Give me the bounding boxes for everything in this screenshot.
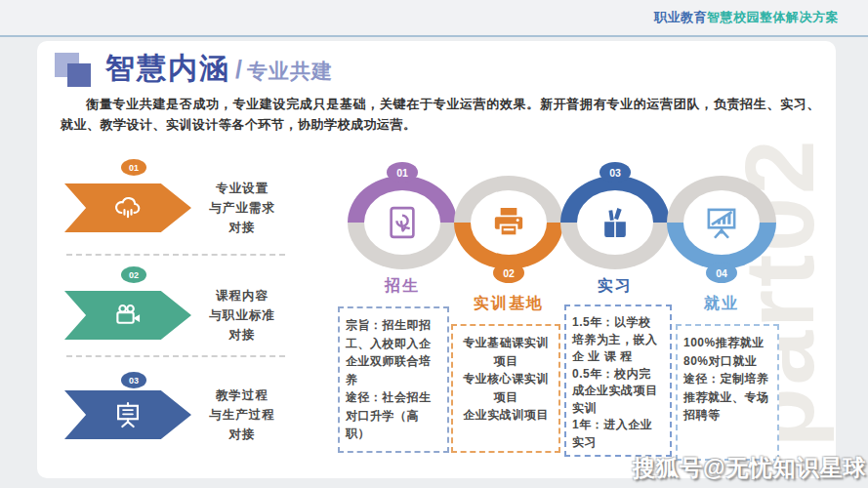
info-line: 途径：社会招生 xyxy=(346,388,441,407)
info-line: 推荐就业、专场 xyxy=(683,388,771,407)
ring4-number-badge: 04 xyxy=(706,263,737,283)
step3-arrow xyxy=(64,390,191,439)
step1-number-badge: 01 xyxy=(121,159,146,176)
info-line: 1.5年：以学校 xyxy=(572,314,664,332)
info-line: 企 业 课 程 xyxy=(572,348,664,366)
info-line: 企业实战训项目 xyxy=(459,406,553,425)
step1-label-line1: 专业设置 xyxy=(193,179,291,198)
employment-info-box: 100%推荐就业 80%对口就业 途径：定制培养 推荐就业、专场 招聘等 xyxy=(676,324,779,461)
step2-label-line3: 对接 xyxy=(193,325,291,345)
process-ring-internship: 03 实习 xyxy=(560,176,670,269)
printer-icon xyxy=(454,176,563,269)
step-separator-1 xyxy=(66,254,285,256)
info-line: 成企业实战项目 xyxy=(572,383,664,400)
info-line: 养 xyxy=(346,371,441,389)
info-line: 100%推荐就业 xyxy=(683,334,771,352)
step1-arrow xyxy=(64,183,191,232)
intro-paragraph: 衡量专业共建是否成功，专业建设完成只是基础，关键在于专业运营的效果。新开普拥有专… xyxy=(61,94,820,135)
step3-label-line2: 与生产过程 xyxy=(193,405,291,425)
ring3-label: 实习 xyxy=(598,276,633,297)
square-front xyxy=(67,63,91,87)
ring4-label: 就业 xyxy=(704,294,739,314)
step1-label-line2: 与产业需求 xyxy=(193,198,291,218)
step1-label: 专业设置 与产业需求 对接 xyxy=(193,179,291,237)
title-separator: / xyxy=(235,56,242,83)
process-ring-recruitment: 01 招生 xyxy=(348,176,457,269)
presentation-chart-icon xyxy=(667,176,776,269)
cloud-rain-icon xyxy=(111,191,145,224)
page-title: 智慧内涵/专业共建 xyxy=(105,49,333,89)
internship-info-box: 1.5年：以学校 培养为主，嵌入 企 业 课 程 0.5年：校内完 成企业实战项… xyxy=(564,305,672,457)
title-main: 智慧内涵 xyxy=(105,52,230,84)
info-line: 80%对口就业 xyxy=(683,352,771,371)
brand-title-teal: 智慧校园整体解决方案 xyxy=(707,10,839,24)
brand-title-blue: 职业教育 xyxy=(654,10,707,24)
sohu-watermark: 搜狐号@无忧知识星球 xyxy=(633,453,866,483)
info-line: 企业双师联合培 xyxy=(346,352,441,371)
step2-arrow xyxy=(64,291,191,340)
step2-label: 课程内容 与职业标准 对接 xyxy=(193,286,291,345)
ring3-number-badge: 03 xyxy=(599,162,631,183)
info-line: 工、入校即入企 xyxy=(346,335,441,353)
step3-label-line3: 对接 xyxy=(193,425,291,444)
info-line: 项目 xyxy=(459,388,553,407)
step-separator-2 xyxy=(66,355,285,357)
step1-label-line3: 对接 xyxy=(193,218,291,237)
recruitment-info-box: 宗旨：招生即招 工、入校即入企 企业双师联合培 养 途径：社会招生 对口升学（高… xyxy=(338,306,449,453)
step3-label-line1: 教学过程 xyxy=(193,386,291,405)
process-ring-employment: 04 就业 xyxy=(667,176,776,269)
info-line: 宗旨：招生即招 xyxy=(346,316,441,335)
info-line: 实习 xyxy=(572,434,664,452)
info-line: 专业基础课实训 xyxy=(459,334,553,352)
info-line: 职） xyxy=(346,425,441,443)
step2-label-line1: 课程内容 xyxy=(193,286,291,305)
touch-screen-icon xyxy=(348,176,457,269)
step3-number-badge: 03 xyxy=(121,372,146,388)
info-line: 1年：进入企业 xyxy=(572,417,664,434)
top-header-bar: 职业教育智慧校园整体解决方案 xyxy=(0,0,868,37)
step2-number-badge: 02 xyxy=(121,266,146,283)
ring2-number-badge: 02 xyxy=(493,263,524,283)
pen-holder-icon xyxy=(560,176,670,269)
info-line: 对口升学（高 xyxy=(346,407,441,426)
ring2-label: 实训基地 xyxy=(474,294,544,314)
info-line: 项目 xyxy=(459,352,553,371)
info-line: 实训 xyxy=(572,400,664,418)
slide-card: part02 智慧内涵/专业共建 衡量专业共建是否成功，专业建设完成只是基础，关… xyxy=(37,41,836,478)
step2-label-line2: 与职业标准 xyxy=(193,305,291,325)
overlap-squares-icon xyxy=(55,53,98,92)
training-base-info-box: 专业基础课实训 项目 专业核心课实训 项目 企业实战训项目 xyxy=(451,324,560,453)
ring1-number-badge: 01 xyxy=(387,162,418,183)
brand-title: 职业教育智慧校园整体解决方案 xyxy=(654,9,839,26)
info-line: 途径：定制培养 xyxy=(683,370,771,388)
process-ring-training-base: 02 实训基地 xyxy=(454,176,563,269)
info-line: 招聘等 xyxy=(683,406,771,425)
ring1-label: 招生 xyxy=(385,276,420,297)
info-line: 专业核心课实训 xyxy=(459,370,553,388)
step3-label: 教学过程 与生产过程 对接 xyxy=(193,386,291,444)
easel-board-icon xyxy=(111,398,145,431)
info-line: 培养为主，嵌入 xyxy=(572,332,664,349)
video-camera-icon xyxy=(111,299,145,332)
title-subtitle: 专业共建 xyxy=(247,60,333,82)
info-line: 0.5年：校内完 xyxy=(572,366,664,384)
